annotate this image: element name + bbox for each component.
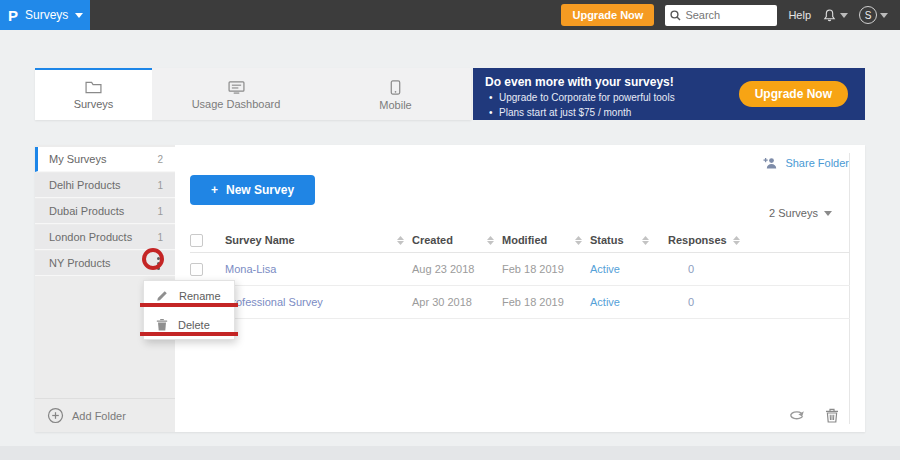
promo-banner: Do even more with your surveys! Upgrade … [473, 68, 865, 120]
folder-count: 2 [157, 154, 163, 165]
menu-item-label: Rename [179, 290, 221, 302]
plus-icon: + [211, 183, 218, 197]
sort-icon[interactable] [397, 236, 404, 245]
folder-count: 1 [157, 180, 163, 191]
app-switcher[interactable]: P Surveys [0, 0, 90, 30]
upgrade-now-button[interactable]: Upgrade Now [561, 4, 654, 26]
tab-label: Usage Dashboard [192, 98, 281, 110]
folder-label: Delhi Products [49, 179, 121, 191]
folder-label: Dubai Products [49, 205, 124, 217]
restore-icon[interactable] [789, 410, 805, 422]
mobile-icon [390, 80, 401, 95]
table-row: Professional Survey Apr 30 2018 Feb 18 2… [190, 286, 850, 319]
column-header-responses: Responses [668, 234, 727, 246]
select-all-checkbox[interactable] [190, 234, 203, 247]
share-folder-label: Share Folder [785, 157, 849, 169]
chevron-down-icon [840, 13, 848, 18]
responses-count: 0 [668, 296, 694, 308]
folder-count: 1 [157, 206, 163, 217]
trash-icon[interactable] [825, 408, 839, 423]
table-header-row: Survey Name Created Modified Status Resp… [190, 228, 850, 253]
banner-upgrade-button[interactable]: Upgrade Now [739, 81, 848, 107]
folder-label: NY Products [49, 257, 111, 269]
created-date: Apr 30 2018 [412, 296, 472, 308]
surveys-count-label: 2 Surveys [769, 207, 818, 219]
sort-icon[interactable] [487, 236, 494, 245]
top-bar: P Surveys Upgrade Now Help S [0, 0, 900, 30]
folder-label: My Surveys [49, 153, 106, 165]
menu-item-label: Delete [178, 319, 210, 331]
sidebar-item-delhi-products[interactable]: Delhi Products 1 [35, 173, 175, 198]
bell-icon [822, 8, 837, 23]
created-date: Aug 23 2018 [412, 263, 474, 275]
folder-count: 1 [157, 232, 163, 243]
modified-date: Feb 18 2019 [502, 263, 564, 275]
folder-actions [789, 408, 839, 423]
status-badge: Active [590, 296, 620, 308]
chevron-down-icon [880, 13, 888, 18]
folder-context-menu: Rename Delete [143, 280, 235, 340]
pencil-icon [156, 289, 169, 302]
sort-icon[interactable] [642, 236, 649, 245]
folder-label: London Products [49, 231, 132, 243]
help-link[interactable]: Help [788, 9, 811, 21]
account-menu[interactable]: S [859, 6, 888, 24]
column-header-status: Status [590, 234, 624, 246]
status-badge: Active [590, 263, 620, 275]
dashboard-icon [228, 81, 245, 94]
table-row: Mona-Lisa Aug 23 2018 Feb 18 2019 Active… [190, 253, 850, 286]
brand-logo: P [8, 8, 18, 23]
chevron-down-icon [824, 211, 832, 216]
context-menu-rename[interactable]: Rename [144, 281, 234, 310]
sidebar-item-london-products[interactable]: London Products 1 [35, 225, 175, 250]
search-box[interactable] [665, 5, 777, 26]
column-header-survey-name: Survey Name [225, 234, 295, 246]
app-menu-label: Surveys [25, 8, 68, 22]
surveys-table: Survey Name Created Modified Status Resp… [190, 228, 850, 319]
banner-bullet: Plans start at just $75 / month [485, 106, 853, 121]
row-checkbox[interactable] [190, 263, 203, 276]
sort-icon[interactable] [575, 236, 582, 245]
notifications-menu[interactable] [822, 8, 848, 23]
survey-name-link[interactable]: Professional Survey [225, 296, 323, 308]
tab-label: Mobile [379, 99, 411, 111]
section-tabs: Surveys Usage Dashboard Mobile [35, 68, 471, 120]
avatar: S [859, 6, 877, 24]
responses-count: 0 [668, 263, 694, 275]
tab-mobile[interactable]: Mobile [320, 68, 471, 120]
surveys-count-dropdown[interactable]: 2 Surveys [769, 207, 832, 219]
new-survey-label: New Survey [226, 183, 294, 197]
new-survey-button[interactable]: + New Survey [190, 175, 315, 205]
folder-icon [85, 81, 102, 94]
sidebar-item-ny-products[interactable]: NY Products [35, 251, 175, 276]
column-header-modified: Modified [502, 234, 547, 246]
add-folder-button[interactable]: Add Folder [35, 398, 175, 432]
tab-label: Surveys [74, 98, 114, 110]
plus-circle-icon [47, 407, 64, 424]
modified-date: Feb 18 2019 [502, 296, 564, 308]
share-person-icon [763, 157, 779, 169]
folder-options-icon[interactable] [154, 255, 163, 272]
sidebar-item-dubai-products[interactable]: Dubai Products 1 [35, 199, 175, 224]
sort-icon[interactable] [733, 236, 740, 245]
sidebar-item-my-surveys[interactable]: My Surveys 2 [35, 147, 175, 172]
search-icon [670, 10, 681, 21]
survey-name-link[interactable]: Mona-Lisa [225, 263, 276, 275]
add-folder-label: Add Folder [72, 410, 126, 422]
column-header-created: Created [412, 234, 453, 246]
search-input[interactable] [685, 9, 765, 21]
trash-icon [156, 318, 168, 331]
tab-surveys[interactable]: Surveys [35, 68, 152, 120]
footer [0, 446, 900, 460]
tab-usage-dashboard[interactable]: Usage Dashboard [152, 68, 320, 120]
context-menu-delete[interactable]: Delete [144, 310, 234, 339]
chevron-down-icon [75, 13, 83, 18]
share-folder-button[interactable]: Share Folder [763, 157, 849, 169]
